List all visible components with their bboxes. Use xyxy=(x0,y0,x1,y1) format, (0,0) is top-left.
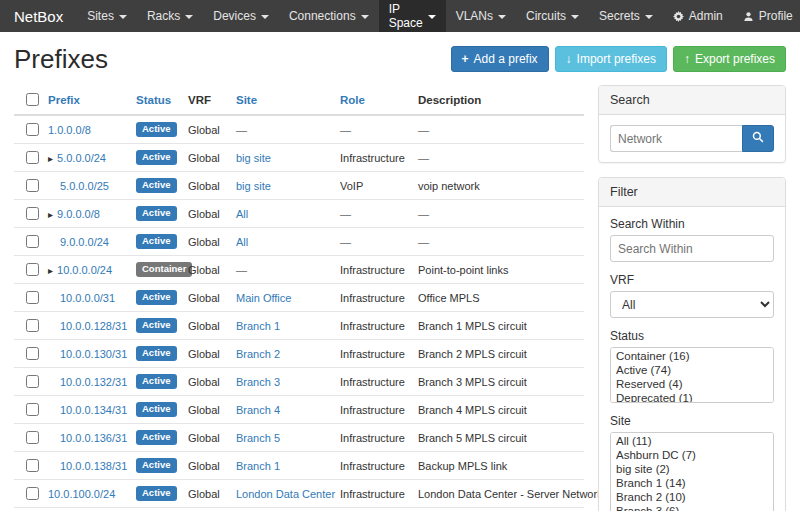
prefix-link[interactable]: 5.0.0.0/25 xyxy=(60,180,109,192)
status-filter-select[interactable]: Container (16)Active (74)Reserved (4)Dep… xyxy=(610,347,774,403)
row-checkbox[interactable] xyxy=(26,179,39,192)
row-checkbox[interactable] xyxy=(26,347,39,360)
prefix-link[interactable]: 9.0.0.0/24 xyxy=(60,236,109,248)
prefix-link[interactable]: 1.0.0.0/8 xyxy=(48,124,91,136)
chevron-down-icon xyxy=(645,15,653,19)
filter-option[interactable]: Deprecated (1) xyxy=(612,391,772,403)
export-prefixes-button[interactable]: ↑ Export prefixes xyxy=(673,46,786,72)
site-link[interactable]: Branch 3 xyxy=(236,376,280,388)
row-checkbox-cell xyxy=(14,452,40,480)
row-checkbox-cell xyxy=(14,115,40,144)
search-button[interactable] xyxy=(742,125,774,152)
site-link[interactable]: London Data Center xyxy=(236,488,335,500)
filter-option[interactable]: All (11) xyxy=(612,434,772,448)
empty-value: — xyxy=(340,208,351,220)
filter-option[interactable]: Active (74) xyxy=(612,363,772,377)
chevron-down-icon xyxy=(119,15,127,19)
status-badge: Active xyxy=(136,178,177,192)
site-link[interactable]: Branch 1 xyxy=(236,320,280,332)
filter-option[interactable]: Reserved (4) xyxy=(612,377,772,391)
empty-value: — xyxy=(340,124,351,136)
row-checkbox[interactable] xyxy=(26,487,39,500)
row-checkbox[interactable] xyxy=(26,123,39,136)
prefix-link[interactable]: 10.0.0.130/31 xyxy=(60,348,127,360)
import-prefixes-button[interactable]: ↓ Import prefixes xyxy=(555,46,667,72)
prefix-table-header-row: PrefixStatusVRFSiteRoleDescription xyxy=(14,85,584,115)
search-input[interactable] xyxy=(610,125,742,152)
filter-option[interactable]: Branch 3 (6) xyxy=(612,504,772,511)
row-checkbox[interactable] xyxy=(26,431,39,444)
app-brand[interactable]: NetBox xyxy=(0,0,77,32)
row-checkbox[interactable] xyxy=(26,375,39,388)
prefix-cell: ▸9.0.0.0/8 xyxy=(40,200,128,228)
site-link[interactable]: Branch 5 xyxy=(236,432,280,444)
role-cell: — xyxy=(332,508,410,511)
filter-option[interactable]: Container (16) xyxy=(612,349,772,363)
prefix-cell: 10.0.0.130/31 xyxy=(40,340,128,368)
row-checkbox[interactable] xyxy=(26,459,39,472)
prefix-link[interactable]: 10.0.0.128/31 xyxy=(60,320,127,332)
site-link[interactable]: Main Office xyxy=(236,292,291,304)
site-link[interactable]: big site xyxy=(236,152,271,164)
column-header-status[interactable]: Status xyxy=(128,85,180,115)
site-link[interactable]: Branch 1 xyxy=(236,460,280,472)
column-header-role[interactable]: Role xyxy=(332,85,410,115)
table-row: 10.0.0.138/31ActiveGlobalBranch 1Infrast… xyxy=(14,452,584,480)
filter-option[interactable]: Branch 2 (10) xyxy=(612,490,772,504)
description-cell: — xyxy=(410,200,584,228)
nav-item-connections[interactable]: Connections xyxy=(279,0,379,32)
nav-item-devices[interactable]: Devices xyxy=(203,0,279,32)
site-filter-select[interactable]: All (11)Ashburn DC (7)big site (2)Branch… xyxy=(610,432,774,511)
status-badge: Active xyxy=(136,374,177,388)
nav-item-profile[interactable]: Profile xyxy=(733,0,800,32)
nav-item-admin[interactable]: Admin xyxy=(663,0,733,32)
prefix-link[interactable]: 9.0.0.0/8 xyxy=(57,208,100,220)
prefix-link[interactable]: 10.0.0.0/24 xyxy=(57,264,112,276)
prefix-link[interactable]: 5.0.0.0/24 xyxy=(57,152,106,164)
description-cell: — xyxy=(410,115,584,144)
prefix-link[interactable]: 10.0.0.0/31 xyxy=(60,292,115,304)
search-within-input[interactable] xyxy=(610,235,774,262)
site-link[interactable]: Branch 4 xyxy=(236,404,280,416)
role-cell: Infrastructure xyxy=(332,284,410,312)
filter-option[interactable]: big site (2) xyxy=(612,462,772,476)
import-icon: ↓ xyxy=(566,53,572,65)
prefix-link[interactable]: 10.0.100.0/24 xyxy=(48,488,115,500)
filter-option[interactable]: Branch 1 (14) xyxy=(612,476,772,490)
nav-item-circuits[interactable]: Circuits xyxy=(516,0,589,32)
prefix-link[interactable]: 10.0.0.132/31 xyxy=(60,376,127,388)
site-link[interactable]: All xyxy=(236,236,248,248)
add-prefix-button[interactable]: + Add a prefix xyxy=(451,46,549,72)
nav-item-sites[interactable]: Sites xyxy=(77,0,137,32)
nav-item-label: Sites xyxy=(87,9,114,23)
row-checkbox[interactable] xyxy=(26,151,39,164)
nav-item-vlans[interactable]: VLANs xyxy=(446,0,516,32)
site-link[interactable]: All xyxy=(236,208,248,220)
prefix-cell: 10.0.0.138/31 xyxy=(40,452,128,480)
row-checkbox[interactable] xyxy=(26,207,39,220)
filter-option[interactable]: Ashburn DC (7) xyxy=(612,448,772,462)
nav-item-secrets[interactable]: Secrets xyxy=(589,0,663,32)
status-cell: Active xyxy=(128,172,180,200)
prefix-link[interactable]: 10.0.0.134/31 xyxy=(60,404,127,416)
nav-item-ip-space[interactable]: IP Space xyxy=(379,0,446,32)
status-cell: Active xyxy=(128,480,180,508)
row-checkbox[interactable] xyxy=(26,263,39,276)
row-checkbox-cell xyxy=(14,480,40,508)
nav-item-racks[interactable]: Racks xyxy=(137,0,203,32)
row-checkbox[interactable] xyxy=(26,291,39,304)
prefix-link[interactable]: 10.0.0.138/31 xyxy=(60,460,127,472)
site-link[interactable]: big site xyxy=(236,180,271,192)
select-all-checkbox[interactable] xyxy=(26,93,39,106)
vrf-select[interactable]: All xyxy=(610,291,774,318)
row-checkbox[interactable] xyxy=(26,235,39,248)
table-row: 5.0.0.0/25ActiveGlobalbig siteVoIPvoip n… xyxy=(14,172,584,200)
status-cell: Active xyxy=(128,312,180,340)
gear-icon xyxy=(673,11,684,22)
row-checkbox[interactable] xyxy=(26,319,39,332)
column-header-site[interactable]: Site xyxy=(228,85,332,115)
site-link[interactable]: Branch 2 xyxy=(236,348,280,360)
row-checkbox[interactable] xyxy=(26,403,39,416)
prefix-link[interactable]: 10.0.0.136/31 xyxy=(60,432,127,444)
column-header-prefix[interactable]: Prefix xyxy=(40,85,128,115)
